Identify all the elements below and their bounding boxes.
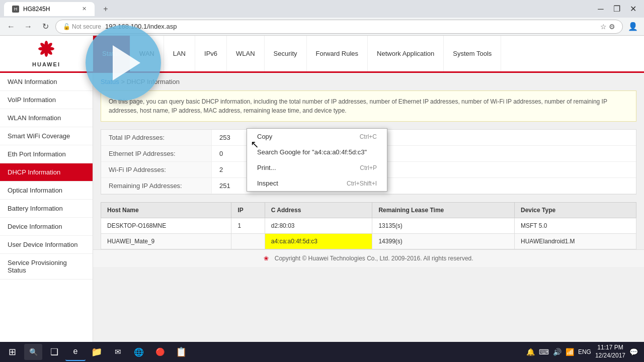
cell-device: MSFT 5.0 — [515, 218, 636, 234]
context-print-label: Print... — [257, 164, 276, 171]
stats-label-ethernet-ip: Ethernet IP Addresses: — [101, 146, 212, 161]
back-button[interactable]: ← — [4, 20, 18, 34]
huawei-logo-text: HUAWEI — [32, 61, 60, 67]
new-tab-button[interactable]: + — [99, 2, 113, 16]
taskbar-volume-icon[interactable]: 🔊 — [553, 348, 561, 356]
taskbar-time-display: 11:17 PM — [595, 344, 625, 352]
sidebar-item-device-information[interactable]: Device Information — [0, 218, 93, 236]
stats-label-remaining-ip: Remaining IP Addresses: — [101, 178, 212, 194]
col-header-mac: C Address — [265, 203, 372, 218]
nav-item-system-tools[interactable]: System Tools — [444, 36, 501, 71]
taskbar-apps: ❑ e 📁 ✉ 🌐 🔴 📋 — [44, 343, 191, 361]
window-controls: ─ ❐ ✕ — [594, 2, 640, 16]
context-menu-item-search-google[interactable]: Search Google for "a4:ca:a0:4f:5d:c3" — [247, 144, 387, 160]
extensions-icon[interactable]: ⚙ — [609, 23, 615, 31]
sidebar-item-voip-information[interactable]: VoIP Information — [0, 91, 93, 109]
sidebar-item-smart-wifi-coverage[interactable]: Smart WiFi Coverage — [0, 127, 93, 145]
tab-title: HG8245H — [23, 6, 50, 13]
reload-button[interactable]: ↻ — [38, 20, 52, 34]
browser-tab[interactable]: H HG8245H ✕ — [4, 2, 95, 16]
close-window-button[interactable]: ✕ — [626, 2, 640, 16]
huawei-logo: HUAWEI — [32, 40, 60, 67]
taskbar-app-edge[interactable]: e — [65, 343, 86, 361]
taskbar-notification-icon[interactable]: 🔔 — [526, 348, 535, 356]
taskbar-right: 🔔 ⌨ 🔊 📶 ENG 11:17 PM 12/24/2017 💬 — [526, 344, 642, 359]
lock-icon: 🔓 — [63, 23, 70, 30]
taskbar-app-browser[interactable]: 🌐 — [129, 343, 149, 361]
table-row: HUAWEI_Mate_9 a4:ca:a0:4f:5d:c3 14399(s)… — [101, 234, 636, 249]
footer-huawei-logo: ❀ — [264, 255, 269, 262]
taskbar-app-mail[interactable]: ✉ — [108, 343, 128, 361]
taskbar-search-button[interactable]: 🔍 — [24, 344, 42, 360]
cell-lease: 14399(s) — [372, 234, 515, 249]
cell-hostname: DESKTOP-O168MNE — [101, 218, 231, 234]
play-triangle-icon — [113, 45, 140, 80]
sidebar-item-service-provisioning-status[interactable]: Service Provisioning Status — [0, 254, 93, 280]
taskbar-app-red[interactable]: 🔴 — [150, 343, 170, 361]
cell-device: HUAWEIandroid1.M — [515, 234, 636, 249]
tab-close-button[interactable]: ✕ — [82, 6, 87, 12]
main-navigation: Status WAN LAN IPv6 WLAN Security Forwar… — [93, 36, 644, 71]
cell-ip: 1 — [231, 218, 265, 234]
cell-mac-highlighted[interactable]: a4:ca:a0:4f:5d:c3 — [265, 234, 372, 249]
cell-mac: d2:80:03 — [265, 218, 372, 234]
bookmark-icon[interactable]: ☆ — [600, 23, 607, 31]
taskbar-app-task-view[interactable]: ❑ — [44, 343, 64, 361]
page-footer: ❀ Copyright © Huawei Technologies Co., L… — [93, 249, 644, 267]
main-panel: Status > DHCP Information On this page, … — [93, 73, 644, 342]
stats-label-total-ip: Total IP Addresses: — [101, 130, 212, 145]
table-row: DESKTOP-O168MNE 1 d2:80:03 13135(s) MSFT… — [101, 218, 636, 234]
stats-value-ethernet-ip: 0 — [212, 146, 230, 161]
taskbar-date-display: 12/24/2017 — [595, 352, 625, 360]
sidebar-item-wan-information[interactable]: WAN Information — [0, 73, 93, 91]
breadcrumb: Status > DHCP Information — [93, 73, 644, 90]
info-box-text: On this page, you can query basic DHCP i… — [109, 98, 607, 114]
minimize-button[interactable]: ─ — [594, 2, 608, 16]
cell-lease: 13135(s) — [372, 218, 515, 234]
context-menu: Copy Ctrl+C Search Google for "a4:ca:a0:… — [247, 128, 387, 192]
huawei-logo-area: HUAWEI — [0, 36, 93, 71]
cell-ip — [231, 234, 265, 249]
nav-item-ipv6[interactable]: IPv6 — [195, 36, 227, 71]
sidebar: WAN Information VoIP Information WLAN In… — [0, 73, 93, 342]
profile-button[interactable]: 👤 — [626, 20, 640, 34]
taskbar-app-explorer[interactable]: 📁 — [87, 343, 107, 361]
start-button[interactable]: ⊞ — [2, 343, 22, 361]
info-box: On this page, you can query basic DHCP i… — [101, 90, 636, 122]
taskbar-clock: 11:17 PM 12/24/2017 — [595, 344, 625, 359]
taskbar-notification-center-icon[interactable]: 💬 — [629, 348, 638, 356]
forward-button[interactable]: → — [21, 20, 35, 34]
context-menu-item-copy[interactable]: Copy Ctrl+C — [247, 129, 387, 144]
stats-label-wifi-ip: Wi-Fi IP Addresses: — [101, 162, 212, 177]
play-circle[interactable] — [86, 25, 161, 101]
context-menu-item-inspect[interactable]: Inspect Ctrl+Shift+I — [247, 175, 387, 191]
play-button-overlay[interactable] — [86, 25, 161, 101]
sidebar-item-optical-information[interactable]: Optical Information — [0, 182, 93, 200]
taskbar: ⊞ 🔍 ❑ e 📁 ✉ 🌐 🔴 📋 🔔 ⌨ 🔊 📶 ENG 11:17 PM 1… — [0, 342, 644, 362]
stats-value-remaining-ip: 251 — [212, 178, 238, 194]
content-area: WAN Information VoIP Information WLAN In… — [0, 73, 644, 342]
taskbar-network-icon[interactable]: 📶 — [566, 348, 574, 356]
tab-favicon: H — [12, 6, 19, 13]
nav-item-lan[interactable]: LAN — [164, 36, 195, 71]
sidebar-item-battery-information[interactable]: Battery Information — [0, 200, 93, 218]
context-copy-shortcut: Ctrl+C — [360, 133, 377, 140]
context-inspect-label: Inspect — [257, 179, 278, 187]
sidebar-item-wlan-information[interactable]: WLAN Information — [0, 109, 93, 127]
sidebar-item-eth-port-information[interactable]: Eth Port Information — [0, 145, 93, 163]
nav-item-security[interactable]: Security — [265, 36, 307, 71]
sidebar-item-user-device-information[interactable]: User Device Information — [0, 236, 93, 254]
nav-item-wlan[interactable]: WLAN — [227, 36, 265, 71]
dhcp-table: Host Name IP C Address Remaining Lease T… — [101, 202, 636, 249]
taskbar-app-clipboard[interactable]: 📋 — [171, 343, 191, 361]
taskbar-language[interactable]: ENG — [578, 348, 591, 355]
nav-item-network-application[interactable]: Network Application — [368, 36, 444, 71]
taskbar-keyboard-icon[interactable]: ⌨ — [539, 348, 549, 356]
col-header-hostname: Host Name — [101, 203, 231, 218]
context-copy-label: Copy — [257, 133, 272, 140]
nav-item-forward-rules[interactable]: Forward Rules — [307, 36, 368, 71]
context-print-shortcut: Ctrl+P — [360, 164, 377, 171]
context-menu-item-print[interactable]: Print... Ctrl+P — [247, 160, 387, 175]
maximize-button[interactable]: ❐ — [610, 2, 624, 16]
sidebar-item-dhcp-information[interactable]: DHCP Information — [0, 163, 93, 182]
